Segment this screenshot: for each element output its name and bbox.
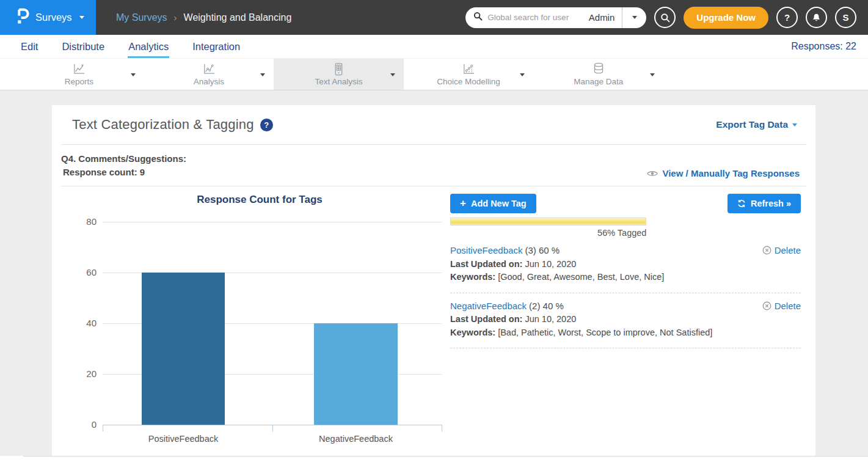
card-header: Text Categorization & Tagging ? Export T… <box>52 105 815 144</box>
export-tag-data-label: Export Tag Data <box>716 119 788 130</box>
updated-label: Last Updated on: <box>450 259 522 269</box>
toolbar-item-label: Reports <box>65 77 93 86</box>
survey-nav: Edit Distribute Analytics Integration Re… <box>0 35 868 58</box>
refresh-button[interactable]: Refresh » <box>728 194 801 213</box>
delete-tag-button[interactable]: Delete <box>762 301 801 311</box>
search-icon <box>473 12 483 23</box>
circle-x-icon <box>762 301 771 310</box>
toolbar-item-choice-modelling[interactable]: Choice Modelling <box>404 59 534 90</box>
notifications-button[interactable] <box>806 7 827 28</box>
text-tagging-card: Text Categorization & Tagging ? Export T… <box>52 105 815 462</box>
y-axis-tick: 0 <box>73 419 97 430</box>
keywords-value: [Bad, Pathetic, Worst, Scope to improve,… <box>495 328 712 337</box>
toolbar-item-text-analysis[interactable]: Text Analysis <box>274 59 404 90</box>
tag-row-negative-feedback: NegativeFeedback (2) 40 % Last Updated o… <box>450 293 801 349</box>
reports-chart-icon <box>71 63 86 76</box>
add-new-tag-label: Add New Tag <box>471 199 527 208</box>
tag-updated-line: Last Updated on: Jun 10, 2020 <box>450 313 712 326</box>
question-info: Q4. Comments/Suggestions: Response count… <box>61 152 186 179</box>
responses-count: Responses: 22 <box>791 35 856 58</box>
tag-count-percent: (3) 60 % <box>525 245 560 255</box>
question-row: Q4. Comments/Suggestions: Response count… <box>52 145 815 186</box>
chevron-down-icon[interactable] <box>131 73 136 76</box>
tag-details: NegativeFeedback (2) 40 % Last Updated o… <box>450 299 712 340</box>
delete-label: Delete <box>775 245 801 255</box>
bar-chart: 80 60 40 20 0 PositiveFeedback NegativeF… <box>103 222 442 425</box>
eye-icon <box>647 170 658 177</box>
add-new-tag-button[interactable]: + Add New Tag <box>450 194 536 213</box>
toolbar-item-label: Analysis <box>194 77 224 86</box>
tag-row-positive-feedback: PositiveFeedback (3) 60 % Last Updated o… <box>450 238 801 293</box>
upgrade-now-button[interactable]: Upgrade Now <box>684 7 768 29</box>
tag-keywords-line: Keywords: [Good, Great, Awesome, Best, L… <box>450 271 664 284</box>
brand-product-label: Surveys <box>35 12 72 23</box>
tag-panel: + Add New Tag Refresh » 56% Tagged Posit… <box>450 194 801 348</box>
chevron-down-icon[interactable] <box>390 73 395 76</box>
footer-strip <box>0 456 868 462</box>
tag-title-line: NegativeFeedback (2) 40 % <box>450 299 712 314</box>
export-tag-data-dropdown[interactable]: Export Tag Data <box>716 119 797 130</box>
page-title: Text Categorization & Tagging <box>72 117 254 133</box>
toolbar-item-manage-data[interactable]: Manage Data <box>533 59 663 90</box>
plus-icon: + <box>460 199 466 208</box>
refresh-label: Refresh » <box>751 199 791 208</box>
choice-modelling-icon <box>461 63 476 76</box>
database-icon <box>591 62 606 76</box>
progress-fill <box>450 218 646 226</box>
search-input[interactable] <box>487 13 586 22</box>
breadcrumb-my-surveys[interactable]: My Surveys <box>116 12 167 23</box>
breadcrumb-separator: › <box>174 12 177 23</box>
response-count-label: Response count: 9 <box>61 166 186 179</box>
chevron-down-icon[interactable] <box>260 73 265 76</box>
updated-value: Jun 10, 2020 <box>522 314 576 324</box>
tag-details: PositiveFeedback (3) 60 % Last Updated o… <box>450 244 664 284</box>
global-search[interactable]: Admin <box>465 7 646 28</box>
y-axis-tick: 40 <box>73 318 97 328</box>
bar-negative-feedback[interactable] <box>314 323 398 425</box>
tab-edit[interactable]: Edit <box>20 35 38 58</box>
x-axis-tick <box>272 425 273 431</box>
x-axis-tick <box>442 425 442 431</box>
help-button[interactable]: ? <box>776 7 798 28</box>
tag-count-percent: (2) 40 % <box>529 301 564 311</box>
search-scope-label[interactable]: Admin <box>589 12 615 23</box>
toolbar-item-analysis[interactable]: Analysis <box>144 59 274 90</box>
tag-updated-line: Last Updated on: Jun 10, 2020 <box>450 258 664 271</box>
chevron-down-icon[interactable] <box>520 73 525 76</box>
chevron-down-icon <box>632 16 637 19</box>
chevron-down-icon[interactable] <box>650 73 655 76</box>
y-axis-tick: 80 <box>73 216 97 227</box>
y-axis-tick: 20 <box>73 369 97 379</box>
delete-tag-button[interactable]: Delete <box>762 245 801 255</box>
product-switcher[interactable]: Surveys <box>0 0 96 35</box>
survey-nav-tabs: Edit Distribute Analytics Integration <box>20 35 241 58</box>
avatar-initial: S <box>842 12 848 23</box>
toolbar-item-label: Choice Modelling <box>437 77 500 86</box>
bar-positive-feedback[interactable] <box>142 273 225 425</box>
chart-title: Response Count for Tags <box>73 194 446 206</box>
account-avatar[interactable]: S <box>835 7 856 28</box>
gridline: 80 <box>103 222 442 222</box>
breadcrumb: My Surveys › Weighting and Balancing <box>116 12 291 23</box>
refresh-icon <box>737 199 746 208</box>
circle-x-icon <box>762 246 771 255</box>
delete-label: Delete <box>775 301 801 311</box>
view-manually-tag-link[interactable]: View / Manually Tag Responses <box>647 168 800 179</box>
help-icon[interactable]: ? <box>260 119 273 131</box>
question-mark-icon: ? <box>784 12 790 23</box>
toolbar-item-reports[interactable]: Reports <box>14 59 144 90</box>
search-icon <box>660 13 670 23</box>
text-analysis-icon <box>331 63 346 76</box>
view-manually-tag-label: View / Manually Tag Responses <box>662 168 800 178</box>
keywords-label: Keywords: <box>450 272 495 282</box>
tab-distribute[interactable]: Distribute <box>61 35 105 58</box>
search-button[interactable] <box>654 7 676 28</box>
tab-integration[interactable]: Integration <box>192 35 241 58</box>
tab-analytics[interactable]: Analytics <box>128 35 169 58</box>
tag-name-link[interactable]: PositiveFeedback <box>450 245 522 255</box>
search-scope-dropdown[interactable] <box>622 7 646 28</box>
tag-title-line: PositiveFeedback (3) 60 % <box>450 244 664 258</box>
app: Surveys My Surveys › Weighting and Balan… <box>0 0 868 462</box>
tag-name-link[interactable]: NegativeFeedback <box>450 301 527 311</box>
toolbar-strip: Reports Analysis Text Analysis Choice Mo… <box>14 59 663 90</box>
